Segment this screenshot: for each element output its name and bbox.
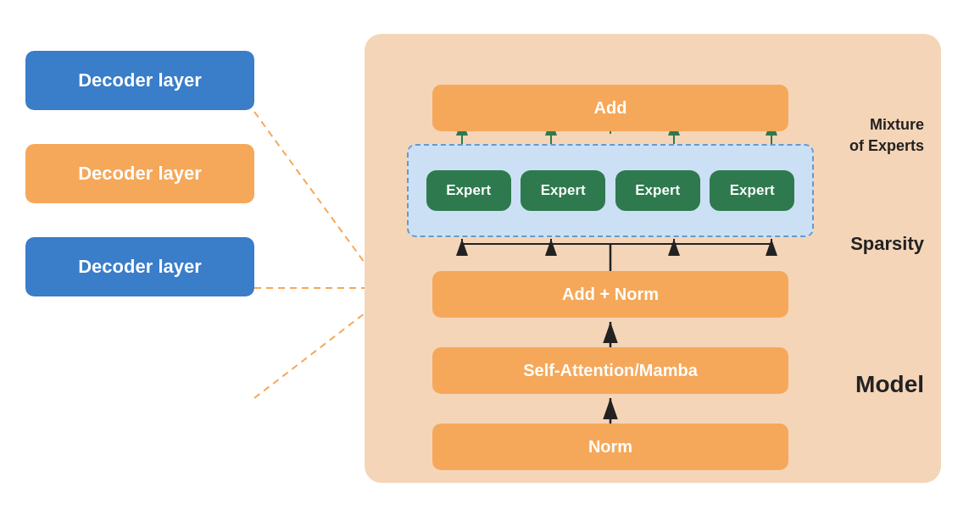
expert-box-2: Expert (521, 170, 605, 211)
decoder-layer-2: Decoder layer (25, 144, 254, 203)
add-box: Add (432, 85, 788, 131)
svg-line-18 (254, 313, 365, 398)
expert-box-3: Expert (615, 170, 700, 211)
decoder-layers-group: Decoder layer Decoder layer Decoder laye… (25, 51, 254, 296)
expert-box-1: Expert (426, 170, 511, 211)
svg-line-16 (254, 112, 365, 263)
model-label: Model (855, 371, 924, 398)
add-norm-box: Add + Norm (432, 271, 788, 318)
diagram-container: Decoder layer Decoder layer Decoder laye… (0, 0, 980, 515)
moe-label: Mixtureof Experts (849, 114, 924, 157)
sparsity-label: Sparsity (850, 233, 924, 255)
main-diagram: Add Expert Expert Expert Expert Add + No… (365, 34, 941, 483)
expert-box-4: Expert (710, 170, 794, 211)
decoder-layer-3: Decoder layer (25, 237, 254, 296)
attention-box: Self-Attention/Mamba (432, 347, 788, 394)
norm-box: Norm (432, 424, 788, 470)
decoder-layer-1: Decoder layer (25, 51, 254, 110)
experts-area: Expert Expert Expert Expert (407, 144, 814, 237)
